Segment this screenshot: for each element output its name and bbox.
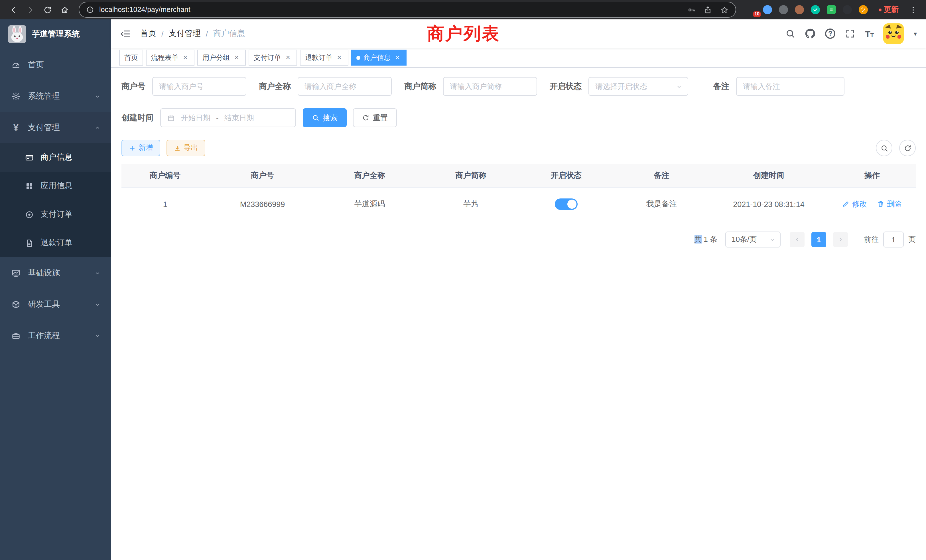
close-icon[interactable]: ×: [233, 54, 241, 62]
sidebar-item-label: 支付管理: [28, 122, 60, 133]
help-icon[interactable]: ?: [825, 29, 835, 39]
cell-create-time: 2021-10-23 08:31:14: [709, 187, 829, 221]
short-name-input[interactable]: [443, 77, 537, 96]
grid-icon: [25, 182, 34, 190]
extension-icon-brown[interactable]: [794, 5, 805, 15]
sidebar-collapse-button[interactable]: [120, 28, 131, 39]
avatar-dropdown-caret-icon[interactable]: ▾: [914, 30, 917, 37]
search-icon[interactable]: [785, 29, 796, 39]
close-icon[interactable]: ×: [284, 54, 292, 62]
site-info-icon[interactable]: [86, 6, 94, 14]
sidebar-item-dev-tools[interactable]: 研发工具: [0, 289, 111, 320]
add-button[interactable]: 新增: [121, 140, 160, 156]
pagination-total: 共 1 条: [694, 235, 717, 245]
tab-manager-extension-icon[interactable]: 10: [746, 5, 757, 15]
cell-remark: 我是备注: [614, 187, 709, 221]
trash-icon: [877, 200, 884, 208]
close-icon[interactable]: ×: [393, 54, 401, 62]
refresh-table-button[interactable]: [899, 140, 916, 156]
breadcrumb-payment[interactable]: 支付管理: [169, 29, 201, 39]
goto-page: 前往 页: [864, 232, 916, 248]
remark-input[interactable]: [736, 77, 844, 96]
tab-merchant-info[interactable]: 商户信息×: [351, 50, 407, 65]
goto-page-input[interactable]: [883, 232, 904, 248]
sidebar-item-system[interactable]: 系统管理: [0, 80, 111, 112]
monitor-icon: [11, 268, 21, 277]
active-tab-dot: [356, 56, 360, 60]
page-size-select[interactable]: 10条/页: [725, 232, 781, 248]
merchant-no-input[interactable]: [152, 77, 246, 96]
column-header: 商户编号: [121, 164, 209, 187]
date-separator: -: [216, 114, 219, 122]
user-avatar[interactable]: [884, 23, 904, 44]
status-select[interactable]: 请选择开启状态: [589, 77, 688, 96]
table-row[interactable]: 1 M233666999 芋道源码 芋艿 我是备注 2021-10-23 08:…: [121, 187, 916, 221]
sidebar-item-infrastructure[interactable]: 基础设施: [0, 257, 111, 289]
close-icon[interactable]: ×: [335, 54, 343, 62]
extension-icon-blue[interactable]: [763, 5, 773, 15]
breadcrumb-home[interactable]: 首页: [140, 29, 156, 39]
extension-icon-orange-avatar[interactable]: ツ: [858, 5, 869, 15]
browser-update-button[interactable]: 更新: [874, 5, 903, 15]
tab-label: 用户分组: [203, 53, 230, 62]
goto-suffix: 页: [908, 235, 916, 245]
browser-reload-button[interactable]: [40, 2, 55, 17]
tab-refund-order[interactable]: 退款订单×: [300, 50, 348, 65]
download-icon: [174, 145, 181, 151]
edit-link[interactable]: 修改: [843, 199, 867, 209]
close-icon[interactable]: ×: [181, 54, 189, 62]
sidebar-item-label: 退款订单: [41, 238, 73, 248]
tab-process-form[interactable]: 流程表单×: [146, 50, 194, 65]
extension-icon-gray[interactable]: [778, 5, 788, 15]
create-time-label: 创建时间: [121, 113, 153, 123]
pencil-icon: [843, 200, 850, 208]
sidebar-item-label: 首页: [28, 60, 44, 70]
document-icon: [25, 239, 34, 247]
password-key-icon[interactable]: [687, 5, 696, 14]
extension-icon-green-note[interactable]: ≡: [826, 5, 837, 15]
fullscreen-icon[interactable]: [845, 29, 855, 39]
calendar-icon: [167, 114, 175, 122]
status-toggle[interactable]: [555, 198, 578, 210]
prev-page-button[interactable]: [790, 232, 805, 247]
url-host: localhost: [99, 6, 127, 14]
column-header: 操作: [828, 164, 916, 187]
reset-button[interactable]: 重置: [353, 108, 397, 127]
share-icon[interactable]: [704, 5, 712, 14]
tab-pay-order[interactable]: 支付订单×: [249, 50, 297, 65]
cell-short-name: 芋艿: [424, 187, 519, 221]
address-bar[interactable]: localhost:1024/pay/merchant: [79, 2, 736, 18]
delete-link[interactable]: 删除: [877, 199, 902, 209]
font-size-icon[interactable]: TT: [865, 29, 874, 38]
browser-home-button[interactable]: [57, 2, 72, 17]
tab-home[interactable]: 首页: [119, 50, 143, 65]
extension-icon-green-check[interactable]: [810, 5, 820, 15]
sidebar-item-refund-order[interactable]: 退款订单: [0, 229, 111, 257]
github-icon[interactable]: [805, 29, 816, 39]
sidebar-item-home[interactable]: 首页: [0, 49, 111, 80]
refresh-icon: [903, 144, 911, 152]
bookmark-star-icon[interactable]: [720, 5, 729, 14]
tab-user-group[interactable]: 用户分组×: [197, 50, 246, 65]
extension-icon-dark[interactable]: [842, 5, 852, 15]
create-time-range-picker[interactable]: 开始日期 - 结束日期: [160, 108, 296, 127]
cell-status: [519, 187, 614, 221]
sidebar-item-merchant-info[interactable]: 商户信息: [0, 143, 111, 172]
status-select-placeholder: 请选择开启状态: [595, 81, 647, 92]
tab-label: 首页: [124, 53, 138, 62]
toggle-search-button[interactable]: [876, 140, 892, 156]
export-button[interactable]: 导出: [166, 140, 205, 156]
search-button[interactable]: 搜索: [303, 108, 346, 127]
full-name-input[interactable]: [298, 77, 392, 96]
plus-icon: [129, 145, 136, 151]
current-page-button[interactable]: 1: [811, 232, 826, 247]
next-page-button[interactable]: [833, 232, 848, 247]
sidebar-item-pay-order[interactable]: 支付订单: [0, 200, 111, 229]
browser-forward-button[interactable]: [23, 2, 38, 17]
browser-back-button[interactable]: [6, 2, 21, 17]
date-start-placeholder: 开始日期: [181, 113, 210, 123]
sidebar-item-app-info[interactable]: 应用信息: [0, 172, 111, 200]
browser-menu-button[interactable]: [905, 2, 920, 17]
sidebar-item-payment[interactable]: ¥ 支付管理: [0, 112, 111, 143]
sidebar-item-workflow[interactable]: 工作流程: [0, 320, 111, 351]
